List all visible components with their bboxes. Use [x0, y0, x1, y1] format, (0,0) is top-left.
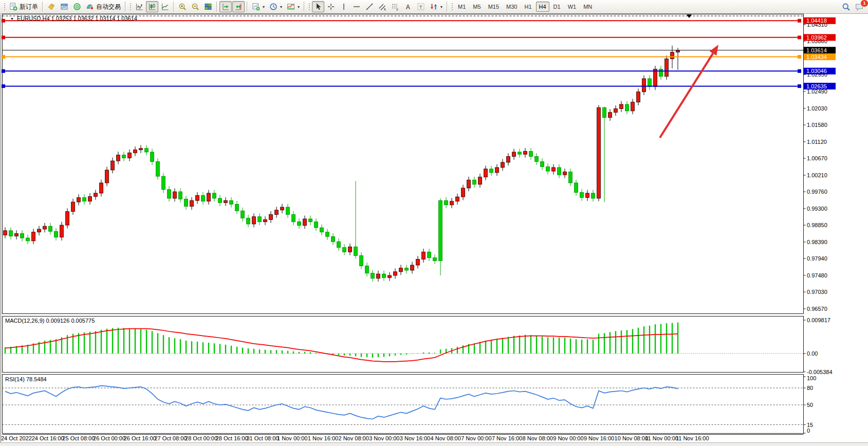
- x-axis-label: 1 Nov 00:00: [277, 435, 307, 441]
- x-axis-label: 4 Nov 08:00: [431, 435, 461, 441]
- x-axis-label: 7 Nov 00:00: [461, 435, 491, 441]
- y-axis-tick: 1.01580: [807, 122, 827, 128]
- macd-axis-tick: 0.009817: [807, 317, 830, 323]
- y-axis-tick: 0.98390: [807, 239, 827, 245]
- rsi-axis-tick: 80: [807, 385, 813, 391]
- line-handle: [798, 35, 801, 39]
- x-axis-label: 2 Nov 08:00: [338, 435, 368, 441]
- x-axis-label: 24 Oct 2022: [1, 435, 32, 441]
- y-axis-tick: 1.01120: [807, 139, 827, 145]
- x-axis-label: 1 Nov 16:00: [308, 435, 338, 441]
- trading-app-window: 新订单 自动交易: [0, 0, 868, 446]
- x-axis-label: 9 Nov 16:00: [584, 435, 614, 441]
- y-axis-tick: 0.97030: [807, 289, 827, 295]
- x-axis-label: 7 Nov 16:00: [492, 435, 522, 441]
- x-axis-label: 24 Oct 16:00: [32, 435, 64, 441]
- x-axis-label: 28 Oct 00:00: [185, 435, 217, 441]
- price-badge-text: 1.03614: [806, 47, 827, 53]
- x-axis-label: 26 Oct 00:00: [93, 435, 125, 441]
- rsi-axis-tick: 15: [807, 422, 813, 428]
- y-axis-tick: 0.96570: [807, 306, 827, 312]
- line-handle: [798, 84, 801, 88]
- y-axis-tick: 0.97480: [807, 272, 827, 278]
- x-axis-label: 8 Nov 08:00: [523, 435, 553, 441]
- price-badge-text: 1.03046: [806, 68, 827, 74]
- rsi-axis-tick: 0: [807, 428, 810, 434]
- x-axis-label: 3 Nov 00:00: [369, 435, 399, 441]
- line-handle: [2, 19, 5, 23]
- x-axis-label: 10 Nov 08:00: [615, 435, 648, 441]
- x-axis-label: 3 Nov 16:00: [400, 435, 430, 441]
- rsi-indicator-label: RSI(14) 78.5484: [5, 376, 47, 382]
- y-axis-tick: 0.99300: [807, 206, 827, 212]
- x-axis-label: 28 Oct 16:00: [216, 435, 248, 441]
- y-axis-tick: 1.00670: [807, 155, 827, 161]
- x-axis-label: 27 Oct 08:00: [154, 435, 187, 441]
- chart-title: ▼ EURUSD,H4 1.03253 1.03632 1.03114 1.03…: [10, 15, 137, 22]
- line-handle: [2, 35, 5, 39]
- line-handle: [798, 19, 801, 23]
- x-axis-label: 25 Oct 08:00: [62, 435, 95, 441]
- price-axis: 1.043101.038601.034101.029501.024901.020…: [804, 22, 827, 312]
- time-axis: 24 Oct 202224 Oct 16:0025 Oct 08:0026 Oc…: [1, 435, 709, 441]
- x-axis-label: 31 Oct 08:00: [246, 435, 279, 441]
- rsi-axis-tick: 100: [807, 375, 816, 381]
- rsi-axis-tick: 50: [807, 402, 813, 408]
- x-axis-label: 9 Nov 00:00: [553, 435, 583, 441]
- macd-axis-tick: 0.00: [807, 350, 818, 357]
- price-badge-text: 1.03434: [806, 54, 827, 60]
- macd-axis-tick: -0.005384: [807, 369, 833, 375]
- x-axis-label: 11 Nov 16:00: [676, 435, 709, 441]
- y-axis-tick: 1.02030: [807, 105, 827, 112]
- line-handle: [798, 55, 801, 59]
- y-axis-tick: 0.97940: [807, 255, 827, 262]
- line-handle: [2, 84, 5, 88]
- y-axis-tick: 0.98850: [807, 222, 827, 228]
- x-axis-label: 11 Nov 00:00: [645, 435, 678, 441]
- y-axis-tick: 0.99760: [807, 189, 827, 195]
- x-axis-label: 26 Oct 16:00: [124, 435, 156, 441]
- price-badge-text: 1.03962: [806, 34, 827, 41]
- line-handle: [798, 69, 801, 73]
- y-axis-tick: 1.00210: [807, 172, 827, 178]
- line-handle: [2, 69, 5, 73]
- macd-indicator-label: MACD(12,26,9) 0.009126 0.005775: [5, 318, 95, 324]
- line-handle: [2, 55, 5, 59]
- chart-context-arrow-icon[interactable]: ▼: [10, 17, 14, 21]
- symbol-ohlc-text: EURUSD,H4 1.03253 1.03632 1.03114 1.0361…: [17, 15, 137, 22]
- price-badge-text: 1.04418: [806, 17, 827, 24]
- price-badge-text: 1.02635: [806, 83, 827, 89]
- chart-area[interactable]: 1.043101.038601.034101.029501.024901.020…: [0, 0, 868, 446]
